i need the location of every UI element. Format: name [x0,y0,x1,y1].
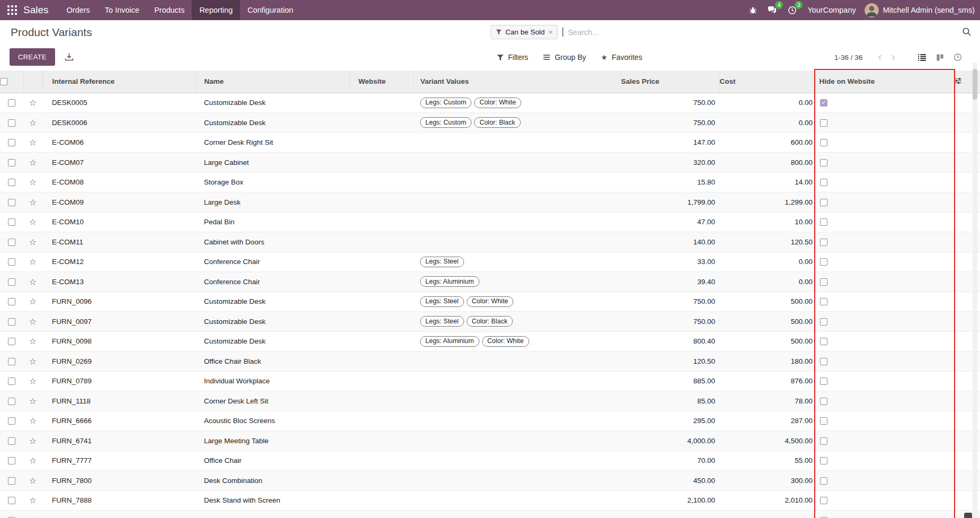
search-input[interactable]: Search... [568,28,599,37]
table-row[interactable]: ☆ FURN_0269 Office Chair Black 120.50 18… [0,352,980,372]
hide-on-website-checkbox[interactable] [820,318,827,326]
select-all-checkbox[interactable] [0,78,7,85]
hide-on-website-checkbox[interactable] [820,278,827,286]
hide-on-website-checkbox[interactable] [820,457,827,464]
user-menu[interactable]: Mitchell Admin (send_sms) [883,6,975,14]
row-checkbox[interactable] [8,119,15,127]
table-row[interactable]: ☆ E-COM06 Corner Desk Right Sit 147.00 6… [0,133,980,153]
kanban-view-button[interactable] [931,54,949,62]
column-header-internal-reference[interactable]: Internal Reference [42,71,196,93]
row-checkbox[interactable] [8,139,15,146]
activity-view-button[interactable] [949,53,967,62]
table-row[interactable]: ☆ DESK0005 Customizable Desk Legs: Custo… [0,93,980,113]
row-checkbox[interactable] [8,218,15,226]
table-row[interactable]: ☆ FURN_0096 Customizable Desk Legs: Stee… [0,292,980,312]
favorite-star-icon[interactable]: ☆ [29,158,37,167]
table-row[interactable]: ☆ E-COM11 Cabinet with Doors 140.00 120.… [0,232,980,252]
optional-columns-icon[interactable] [954,77,962,85]
row-checkbox[interactable] [8,278,15,286]
search-facet-can-be-sold[interactable]: Can be Sold × [491,25,558,39]
row-checkbox[interactable] [8,358,15,365]
company-switcher[interactable]: YourCompany [802,6,861,14]
pager-previous-icon[interactable]: ‹ [873,52,886,63]
scrollbar-thumb[interactable] [973,69,977,100]
table-row[interactable]: ☆ FURN_6666 Acoustic Bloc Screens 295.00… [0,411,980,431]
hide-on-website-checkbox[interactable] [820,218,827,226]
apps-menu-icon[interactable] [7,5,17,15]
hide-on-website-checkbox[interactable] [820,437,827,445]
favorite-star-icon[interactable]: ☆ [29,297,37,306]
row-checkbox[interactable] [8,398,15,405]
table-row[interactable]: ☆ FURN_7777 Office Chair 70.00 55.00 [0,451,980,471]
pager-next-icon[interactable]: › [887,52,900,63]
table-row[interactable]: ☆ FURN_1118 Corner Desk Left Sit 85.00 7… [0,391,980,411]
scrollbar-track[interactable] [973,63,977,518]
hide-on-website-checkbox[interactable] [820,298,827,305]
menu-item-configuration[interactable]: Configuration [240,0,300,20]
favorite-star-icon[interactable]: ☆ [29,476,37,485]
favorites-button[interactable]: ★ Favorites [601,53,642,62]
column-header-website[interactable]: Website [350,71,413,93]
favorite-star-icon[interactable]: ☆ [29,238,37,247]
search-bar[interactable]: Can be Sold × Search... [491,20,599,44]
favorite-star-icon[interactable]: ☆ [29,357,37,366]
table-row[interactable]: ☆ FURN_8220 Four Person Desk 2,350.00 2,… [0,511,980,518]
table-row[interactable]: ☆ E-COM13 Conference Chair Legs: Alumini… [0,272,980,292]
favorite-star-icon[interactable]: ☆ [29,516,37,518]
favorite-star-icon[interactable]: ☆ [29,217,37,226]
row-checkbox[interactable] [8,199,15,206]
row-checkbox[interactable] [8,258,15,266]
table-row[interactable]: ☆ FURN_0097 Customizable Desk Legs: Stee… [0,312,980,332]
hide-on-website-checkbox[interactable] [820,398,827,405]
column-header-name[interactable]: Name [196,71,350,93]
row-checkbox[interactable] [8,417,15,425]
hide-on-website-checkbox[interactable] [820,417,827,425]
row-checkbox[interactable] [8,179,15,186]
hide-on-website-checkbox[interactable] [820,119,827,127]
row-checkbox[interactable] [8,437,15,445]
menu-item-to-invoice[interactable]: To Invoice [97,0,147,20]
favorite-star-icon[interactable]: ☆ [29,118,37,127]
hide-on-website-checkbox[interactable] [820,99,827,107]
table-row[interactable]: ☆ FURN_0789 Individual Workplace 885.00 … [0,371,980,391]
row-checkbox[interactable] [8,377,15,385]
hide-on-website-checkbox[interactable] [820,338,827,345]
hide-on-website-checkbox[interactable] [820,258,827,266]
table-row[interactable]: ☆ FURN_6741 Large Meeting Table 4,000.00… [0,431,980,451]
table-row[interactable]: ☆ E-COM12 Conference Chair Legs: Steel 3… [0,252,980,272]
row-checkbox[interactable] [8,239,15,246]
row-checkbox[interactable] [8,338,15,345]
row-checkbox[interactable] [8,318,15,326]
favorite-star-icon[interactable]: ☆ [29,416,37,425]
favorite-star-icon[interactable]: ☆ [29,496,37,505]
hide-on-website-checkbox[interactable] [820,358,827,365]
favorite-star-icon[interactable]: ☆ [29,456,37,465]
menu-item-orders[interactable]: Orders [59,0,97,20]
hide-on-website-checkbox[interactable] [820,477,827,485]
favorite-star-icon[interactable]: ☆ [29,376,37,385]
favorite-star-icon[interactable]: ☆ [29,138,37,147]
favorite-star-icon[interactable]: ☆ [29,178,37,187]
row-checkbox[interactable] [8,298,15,305]
table-row[interactable]: ☆ E-COM10 Pedal Bin 47.00 10.00 [0,212,980,232]
favorite-star-icon[interactable]: ☆ [29,337,37,346]
column-header-cost[interactable]: Cost [719,71,816,93]
search-icon[interactable] [962,27,972,39]
hide-on-website-checkbox[interactable] [820,199,827,206]
favorite-star-icon[interactable]: ☆ [29,397,37,406]
app-name[interactable]: Sales [23,4,49,16]
column-header-hide-on-website[interactable]: Hide on Website [816,71,954,93]
row-checkbox[interactable] [8,159,15,166]
row-checkbox[interactable] [8,477,15,485]
column-header-sales-price[interactable]: Sales Price [621,71,719,93]
table-row[interactable]: ☆ E-COM08 Storage Box 15.80 14.00 [0,172,980,192]
favorite-star-icon[interactable]: ☆ [29,98,37,107]
table-row[interactable]: ☆ DESK0006 Customizable Desk Legs: Custo… [0,113,980,133]
favorite-star-icon[interactable]: ☆ [29,257,37,266]
favorite-star-icon[interactable]: ☆ [29,277,37,286]
hide-on-website-checkbox[interactable] [820,179,827,186]
favorite-star-icon[interactable]: ☆ [29,436,37,445]
group-by-button[interactable]: Group By [543,53,586,62]
hide-on-website-checkbox[interactable] [820,239,827,246]
favorite-star-icon[interactable]: ☆ [29,317,37,326]
